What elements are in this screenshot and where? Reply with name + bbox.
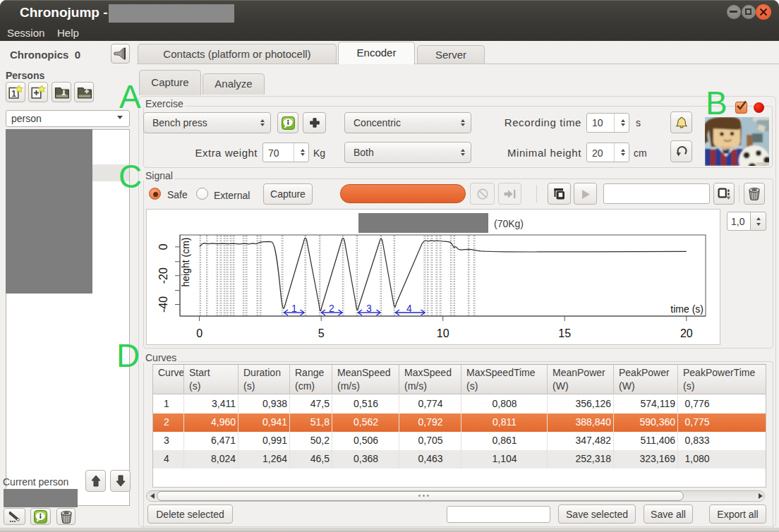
svg-text:4: 4 xyxy=(406,303,412,314)
svg-text:0: 0 xyxy=(196,327,203,339)
svg-text:15: 15 xyxy=(558,327,571,339)
svg-text:1: 1 xyxy=(11,89,16,99)
svg-text:2: 2 xyxy=(329,303,334,314)
svg-text:10: 10 xyxy=(437,327,449,339)
svg-text:-40: -40 xyxy=(157,296,169,313)
svg-text:1: 1 xyxy=(291,303,297,314)
svg-text:time (s): time (s) xyxy=(670,303,703,315)
svg-text:-20: -20 xyxy=(157,267,169,284)
svg-text:5: 5 xyxy=(318,327,325,339)
svg-text:0: 0 xyxy=(157,243,169,250)
svg-text:height (cm): height (cm) xyxy=(180,237,191,286)
svg-text:3: 3 xyxy=(366,303,372,314)
svg-text:20: 20 xyxy=(680,327,693,339)
